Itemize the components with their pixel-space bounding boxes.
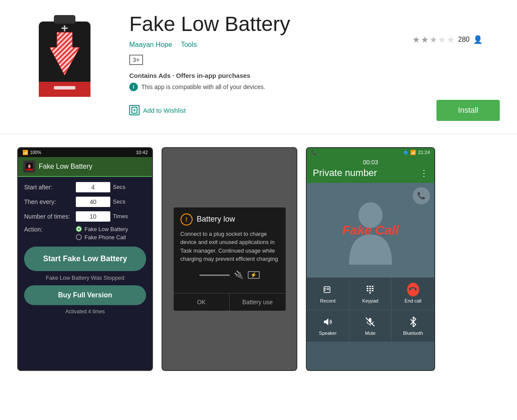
ss1-start-after-unit: Secs <box>113 184 125 190</box>
action-row: Add to Wishlist Install <box>129 100 500 121</box>
ss1-radio-option1[interactable]: Fake Low Battery <box>76 226 128 232</box>
ss1-radio-option2[interactable]: Fake Phone Call <box>76 234 128 241</box>
fake-call-text: Fake Call <box>342 223 399 237</box>
ss3-end-call-button[interactable]: 📞 End call <box>392 278 434 310</box>
wishlist-icon <box>129 105 140 115</box>
star-5: ★ <box>447 34 455 45</box>
star-2: ★ <box>421 34 429 45</box>
plug-icon: 🔌 <box>234 269 243 281</box>
author-link[interactable]: Maayan Hope <box>129 41 172 49</box>
svg-rect-24 <box>367 286 368 287</box>
install-button[interactable]: Install <box>436 100 500 121</box>
screenshot-1: 📶 100% 10:42 Fake Low Battery Start afte… <box>17 147 153 371</box>
ss1-battery-icon: 100% <box>30 150 41 155</box>
ss3-time: 21:24 <box>418 150 430 155</box>
ss1-then-every-row: Then every: 40 Secs <box>24 197 146 207</box>
ss3-mute-button[interactable]: Mute <box>349 310 392 342</box>
svg-rect-27 <box>367 288 368 289</box>
ss1-then-every-label: Then every: <box>24 198 76 205</box>
ss3-caller-name: Private number <box>313 167 377 179</box>
wishlist-button[interactable]: Add to Wishlist <box>129 105 186 115</box>
keypad-label: Keypad <box>362 298 378 303</box>
ss1-buy-button[interactable]: Buy Full Version <box>24 285 146 305</box>
keypad-icon <box>364 284 376 296</box>
ss1-then-every-unit: Secs <box>113 198 125 205</box>
ss3-speaker-button[interactable]: Speaker <box>307 310 349 342</box>
svg-rect-23 <box>327 289 329 290</box>
battery-dialog-title: Battery low <box>197 215 235 224</box>
ss3-phone-icon: 📞 <box>311 150 317 155</box>
ss1-action-option2: Fake Phone Call <box>84 234 126 241</box>
ss1-then-every-input[interactable]: 40 <box>76 197 110 207</box>
star-1: ★ <box>412 34 420 45</box>
ss3-bluetooth-button[interactable]: Bluetooth <box>392 310 434 342</box>
battery-cable-line <box>199 275 230 276</box>
ss3-controls: Record K <box>307 278 434 342</box>
mute-label: Mute <box>365 330 375 336</box>
ss3-more-button[interactable]: ⋮ <box>420 168 428 178</box>
battery-dialog-body: Connect to a plug socket to charge devic… <box>174 230 286 293</box>
wishlist-label: Add to Wishlist <box>143 107 186 114</box>
record-icon <box>322 284 334 296</box>
app-header: + Fake Low Battery Maaya <box>0 0 517 134</box>
svg-rect-30 <box>367 290 368 291</box>
ss1-radio-group: Fake Low Battery Fake Phone Call <box>76 226 128 241</box>
ss1-wifi-icon: 📶 <box>22 150 28 155</box>
svg-rect-21 <box>324 290 326 290</box>
ss1-action-option1: Fake Low Battery <box>84 226 128 232</box>
end-call-label: End call <box>405 298 421 303</box>
battery-ok-button[interactable]: OK <box>174 293 230 311</box>
ss3-caller-row: Private number ⋮ <box>311 167 430 179</box>
app-icon: + <box>30 13 99 108</box>
ss3-call-header: 00:03 Private number ⋮ <box>307 157 434 183</box>
call-icon: 📞 <box>417 191 426 200</box>
ss1-num-times-input[interactable]: 10 <box>76 211 110 222</box>
ss1-body: Start after: 4 Secs Then every: 40 Secs … <box>18 177 152 320</box>
speaker-icon <box>322 316 334 328</box>
screenshot-3: 📞 🔷 📶 21:24 00:03 Private number ⋮ Fake … <box>306 147 435 371</box>
ss1-start-after-input[interactable]: 4 <box>76 182 110 192</box>
ss1-num-times-unit: Times <box>113 213 128 219</box>
ss3-statusbar: 📞 🔷 📶 21:24 <box>307 148 434 157</box>
battery-low-dialog: ! Battery low Connect to a plug socket t… <box>174 207 286 311</box>
svg-rect-29 <box>372 288 374 289</box>
ss1-activated-text: Activated 4 times <box>24 309 146 315</box>
ss1-app-name: Fake Low Battery <box>39 163 93 170</box>
svg-rect-33 <box>369 292 371 293</box>
star-4: ★ <box>438 34 446 45</box>
ss3-call-icon-button[interactable]: 📞 <box>413 187 430 204</box>
review-count: 280 <box>458 36 470 43</box>
ss3-keypad-button[interactable]: Keypad <box>349 278 392 310</box>
ss1-status-icons: 📶 100% <box>22 150 41 155</box>
ss3-record-button[interactable]: Record <box>307 278 349 310</box>
rating-row: ★ ★ ★ ★ ★ 280 👤 <box>412 34 483 45</box>
stars: ★ ★ ★ ★ ★ <box>412 34 455 45</box>
battery-dialog-text: Connect to a plug socket to charge devic… <box>181 231 278 262</box>
ss1-num-times-row: Number of times: 10 Times <box>24 211 146 222</box>
ss1-start-after-row: Start after: 4 Secs <box>24 182 146 192</box>
svg-rect-20 <box>324 288 326 289</box>
category-link[interactable]: Tools <box>181 41 197 49</box>
app-title: Fake Low Battery <box>129 13 500 36</box>
ss1-num-times-label: Number of times: <box>24 213 76 220</box>
battery-icon-small: ⚡ <box>248 271 260 279</box>
ss1-action-row: Action: Fake Low Battery Fake Phone Call <box>24 226 146 241</box>
ss1-stopped-text: Fake Low Battery Was Stopped <box>24 275 146 281</box>
battery-use-button[interactable]: Battery use <box>230 293 286 311</box>
ss1-titlebar: Fake Low Battery <box>18 157 152 176</box>
svg-rect-22 <box>327 288 329 289</box>
ads-text: Contains Ads · Offers in-app purchases <box>129 72 500 79</box>
info-icon: i <box>129 83 138 91</box>
ss1-statusbar: 📶 100% 10:42 <box>18 148 152 157</box>
record-label: Record <box>320 298 335 303</box>
compatible-text: This app is compatible with all of your … <box>141 83 265 90</box>
svg-rect-6 <box>54 86 75 90</box>
svg-rect-28 <box>369 288 371 289</box>
speaker-label: Speaker <box>319 330 336 336</box>
app-info-section: Fake Low Battery Maayan Hope Tools 3+ Co… <box>129 13 500 121</box>
svg-rect-32 <box>372 290 374 291</box>
svg-marker-34 <box>324 318 328 325</box>
ss1-radio-dot-1 <box>76 226 82 232</box>
age-badge: 3+ <box>129 55 143 65</box>
ss1-start-button[interactable]: Start Fake Low Battery <box>24 247 146 271</box>
